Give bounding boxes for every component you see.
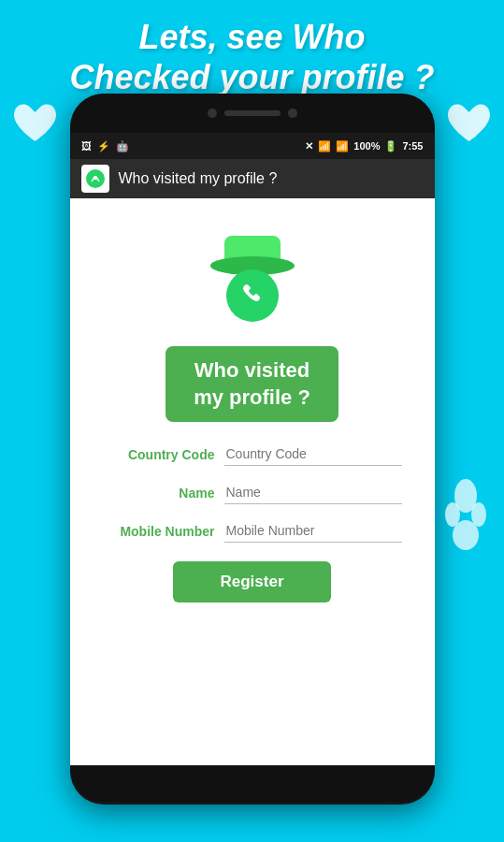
- svg-point-8: [471, 502, 486, 527]
- android-icon: 🤖: [116, 140, 129, 152]
- mobile-number-row: Mobile Number: [103, 519, 402, 543]
- spy-icon: [196, 226, 309, 329]
- banner-line1: Who visited: [194, 357, 310, 385]
- status-bar: 🖼 ⚡ 🤖 ✕ 📶 📶 100% 🔋 7:55: [70, 133, 435, 159]
- mute-icon: ✕: [305, 140, 313, 152]
- name-row: Name: [103, 481, 402, 504]
- profile-banner: Who visited my profile ?: [166, 346, 338, 422]
- front-camera: [208, 109, 217, 118]
- battery-icon: 🔋: [384, 140, 397, 152]
- battery-percent: 100%: [353, 140, 380, 152]
- svg-point-7: [445, 502, 460, 527]
- phone-speaker: [224, 110, 281, 116]
- front-sensor: [288, 109, 297, 118]
- notification-icon: 🖼: [81, 140, 92, 152]
- country-code-row: Country Code: [103, 443, 402, 466]
- phone-frame: 🖼 ⚡ 🤖 ✕ 📶 📶 100% 🔋 7:55 Who visited my p…: [70, 94, 435, 805]
- name-input[interactable]: [224, 481, 402, 504]
- usb-icon: ⚡: [97, 140, 110, 152]
- wifi-icon: 📶: [318, 140, 331, 152]
- form-area: Country Code Name Mobile Number: [103, 443, 402, 543]
- phone-screen: Who visited my profile ? Country Code Na…: [70, 198, 435, 765]
- name-label: Name: [103, 486, 215, 501]
- headline-line1: Lets, see Who: [0, 17, 504, 57]
- heart-right-decoration: [443, 98, 495, 150]
- banner-line2: my profile ?: [194, 385, 310, 412]
- app-titlebar: Who visited my profile ?: [70, 159, 435, 198]
- bg-headline: Lets, see Who Checked your profile ?: [0, 17, 504, 97]
- clock: 7:55: [402, 140, 423, 152]
- phone-top-bezel: [70, 94, 435, 133]
- country-code-input[interactable]: [224, 443, 402, 466]
- heart-left-decoration: [9, 98, 61, 150]
- app-icon: [81, 165, 109, 193]
- mobile-number-label: Mobile Number: [103, 524, 215, 539]
- paw-decoration: [445, 477, 487, 556]
- app-title: Who visited my profile ?: [119, 170, 278, 187]
- phone-bottom-bezel: [70, 765, 435, 803]
- headline-line2: Checked your profile ?: [0, 57, 504, 97]
- status-right-info: ✕ 📶 📶 100% 🔋 7:55: [305, 140, 423, 152]
- logo-area: [196, 226, 309, 329]
- status-left-icons: 🖼 ⚡ 🤖: [81, 140, 129, 152]
- mobile-number-input[interactable]: [224, 519, 402, 543]
- signal-icon: 📶: [336, 140, 349, 152]
- country-code-label: Country Code: [103, 447, 215, 462]
- register-button[interactable]: Register: [173, 561, 330, 602]
- svg-point-9: [453, 520, 479, 550]
- svg-point-1: [94, 176, 97, 180]
